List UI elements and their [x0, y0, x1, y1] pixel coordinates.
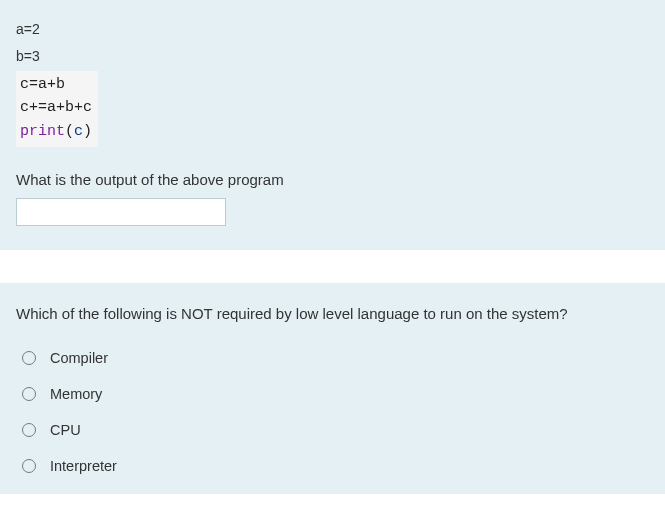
- option-label: CPU: [50, 422, 81, 438]
- code-line: c+=a+b+c: [20, 96, 92, 119]
- option-label: Interpreter: [50, 458, 117, 474]
- print-keyword: print: [20, 123, 65, 140]
- question-1-prompt: What is the output of the above program: [16, 171, 649, 188]
- block-gap: [0, 251, 665, 283]
- code-intro-line: b=3: [16, 43, 649, 70]
- code-line: c=a+b: [20, 73, 92, 96]
- radio-icon: [22, 351, 36, 365]
- radio-icon: [22, 387, 36, 401]
- options-list: Compiler Memory CPU Interpreter: [16, 340, 649, 484]
- option-memory[interactable]: Memory: [16, 376, 649, 412]
- option-cpu[interactable]: CPU: [16, 412, 649, 448]
- option-compiler[interactable]: Compiler: [16, 340, 649, 376]
- code-intro-line: a=2: [16, 16, 649, 43]
- code-intro: a=2 b=3: [16, 16, 649, 69]
- option-interpreter[interactable]: Interpreter: [16, 448, 649, 484]
- question-2-prompt: Which of the following is NOT required b…: [16, 305, 649, 322]
- radio-icon: [22, 459, 36, 473]
- answer-input[interactable]: [16, 198, 226, 226]
- radio-icon: [22, 423, 36, 437]
- code-box: c=a+b c+=a+b+c print(c): [16, 71, 98, 147]
- option-label: Memory: [50, 386, 102, 402]
- question-2-block: Which of the following is NOT required b…: [0, 283, 665, 494]
- question-1-block: a=2 b=3 c=a+b c+=a+b+c print(c) What is …: [0, 0, 665, 251]
- code-line: print(c): [20, 120, 92, 143]
- option-label: Compiler: [50, 350, 108, 366]
